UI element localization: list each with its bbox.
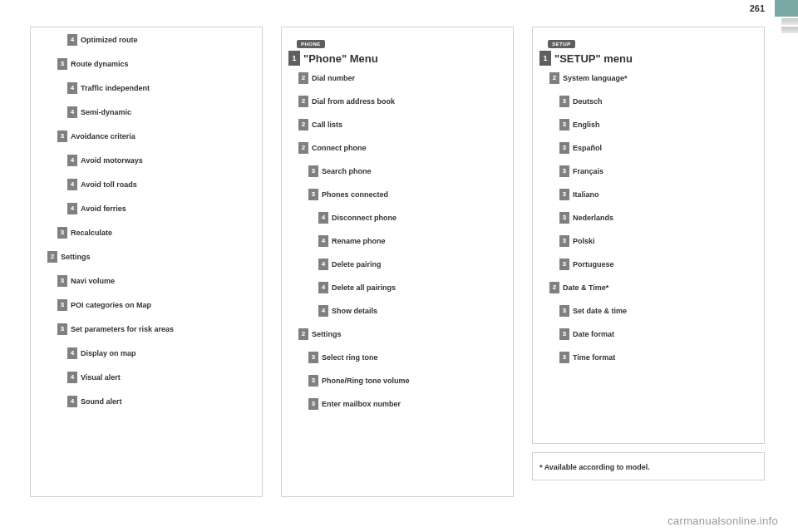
- menu-level-badge: 2: [298, 328, 308, 340]
- menu-item-label: Español: [573, 145, 602, 152]
- phone-menu-title: "Phone" Menu: [303, 52, 378, 65]
- menu-level-badge: 4: [67, 106, 77, 118]
- panel-setup: SETUP 1 "SETUP" menu 2System language*3D…: [532, 27, 765, 444]
- menu-level-badge: 4: [67, 203, 77, 214]
- menu-item: 4Avoid toll roads: [67, 179, 255, 190]
- menu-item-label: Delete pairing: [332, 261, 382, 268]
- menu-level-badge: 3: [308, 375, 318, 387]
- menu-item: 2Settings: [298, 328, 506, 340]
- menu-level-badge: 2: [47, 251, 57, 263]
- menu-item: 4Rename phone: [318, 235, 506, 247]
- menu-item-label: Search phone: [322, 168, 372, 175]
- phone-title-row: 1 "Phone" Menu: [288, 51, 506, 66]
- menu-item-label: Italiano: [573, 191, 599, 199]
- menu-item: 3English: [559, 119, 757, 131]
- setup-chip-wrap: SETUP: [539, 34, 757, 49]
- menu-item-label: Date & Time*: [563, 284, 608, 292]
- menu-item: 4Display on map: [67, 347, 255, 359]
- menu-item: 4Traffic independent: [67, 82, 255, 94]
- menu-level-badge: 4: [318, 259, 328, 270]
- menu-level-badge: 3: [559, 352, 569, 363]
- menu-item: 3Nederlands: [559, 212, 757, 224]
- menu-item: 3Select ring tone: [308, 352, 506, 363]
- footnote-panel: * Available according to model.: [532, 452, 765, 480]
- menu-level-badge: 3: [559, 328, 569, 340]
- menu-level-badge: 4: [67, 155, 77, 166]
- menu-level-badge: 3: [559, 189, 569, 200]
- menu-level-badge: 3: [57, 275, 67, 287]
- menu-item-label: Settings: [61, 254, 91, 261]
- setup-menu-title: "SETUP" menu: [554, 52, 633, 65]
- panel-navigation: 4Optimized route3Route dynamics4Traffic …: [30, 27, 263, 497]
- menu-item-label: Dial number: [312, 75, 355, 82]
- menu-level-badge: 3: [559, 119, 569, 131]
- menu-level-badge: 4: [67, 396, 77, 407]
- menu-item: 4Disconnect phone: [318, 212, 506, 224]
- menu-item-label: Set parameters for risk areas: [71, 326, 174, 333]
- menu-level-badge: 3: [559, 305, 569, 317]
- menu-item-label: Semi-dynamic: [81, 109, 131, 116]
- menu-level-badge: 4: [67, 372, 77, 383]
- menu-item-label: System language*: [563, 75, 628, 82]
- menu-level-badge: 3: [559, 165, 569, 177]
- menu-item-label: Portuguese: [573, 261, 614, 268]
- menu-item: 4Visual alert: [67, 372, 255, 383]
- menu-item-label: Rename phone: [332, 238, 386, 245]
- menu-item: 3Enter mailbox number: [308, 398, 506, 410]
- corner-accent: [775, 0, 798, 17]
- menu-level-badge: 3: [57, 227, 67, 239]
- menu-level-badge: 2: [298, 142, 308, 154]
- menu-item: 3POI categories on Map: [57, 299, 255, 311]
- menu-item: 4Optimized route: [67, 34, 255, 46]
- menu-item: 3Navi volume: [57, 275, 255, 287]
- menu-level-badge: 3: [308, 352, 318, 363]
- menu-item-label: Select ring tone: [322, 354, 378, 362]
- menu-level-badge: 2: [298, 119, 308, 131]
- menu-item: 2Call lists: [298, 119, 506, 131]
- menu-level-1: 1: [539, 51, 551, 66]
- menu-item: 3Route dynamics: [57, 58, 255, 70]
- menu-item-label: Connect phone: [312, 145, 367, 152]
- menu-level-badge: 3: [57, 58, 67, 70]
- menu-item-label: Nederlands: [573, 214, 613, 222]
- menu-level-badge: 4: [318, 305, 328, 317]
- right-column: SETUP 1 "SETUP" menu 2System language*3D…: [532, 27, 765, 497]
- menu-item: 2Date & Time*: [549, 282, 757, 293]
- menu-level-badge: 4: [67, 347, 77, 359]
- menu-level-badge: 4: [67, 34, 77, 46]
- footnote-text: * Available according to model.: [539, 463, 650, 471]
- menu-level-badge: 3: [57, 323, 67, 335]
- menu-item: 2System language*: [549, 72, 757, 84]
- menu-item-label: English: [573, 121, 600, 129]
- menu-item-label: Navi volume: [71, 278, 115, 285]
- menu-level-1: 1: [288, 51, 300, 66]
- menu-item-label: Call lists: [312, 121, 342, 129]
- menu-item-label: Avoid motorways: [81, 157, 143, 165]
- menu-item: 3Polski: [559, 235, 757, 247]
- menu-item: 3Portuguese: [559, 259, 757, 270]
- menu-level-badge: 2: [549, 72, 559, 84]
- menu-level-badge: 3: [308, 398, 318, 410]
- menu-item-label: Route dynamics: [71, 61, 129, 68]
- setup-chip: SETUP: [548, 40, 575, 48]
- menu-item-label: POI categories on Map: [71, 302, 151, 309]
- menu-item: 3Recalculate: [57, 227, 255, 239]
- menu-level-badge: 3: [559, 212, 569, 224]
- menu-item: 3Set date & time: [559, 305, 757, 317]
- menu-item: 3Español: [559, 142, 757, 154]
- menu-level-badge: 4: [318, 282, 328, 293]
- menu-level-badge: 3: [559, 259, 569, 270]
- menu-level-badge: 3: [559, 96, 569, 107]
- footer-url: carmanualsonline.info: [667, 515, 778, 527]
- menu-level-badge: 3: [57, 131, 67, 142]
- menu-item: 4Avoid motorways: [67, 155, 255, 166]
- menu-item-label: Phones connected: [322, 191, 388, 199]
- menu-level-badge: 4: [67, 179, 77, 190]
- menu-item: 2Dial from address book: [298, 96, 506, 107]
- menu-item: 4Semi-dynamic: [67, 106, 255, 118]
- setup-title-row: 1 "SETUP" menu: [539, 51, 757, 66]
- phone-chip-wrap: PHONE: [288, 34, 506, 49]
- menu-item: 4Delete pairing: [318, 259, 506, 270]
- phone-chip: PHONE: [297, 40, 325, 48]
- side-accent: [781, 18, 798, 33]
